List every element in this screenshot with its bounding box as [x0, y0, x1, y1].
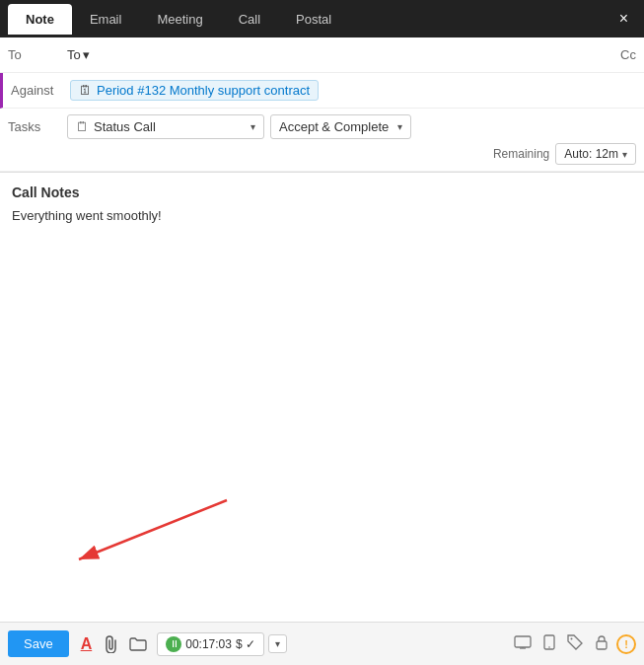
status-chevron-icon: ▾ [397, 121, 402, 132]
tab-call[interactable]: Call [221, 4, 278, 35]
font-icon-label: A [81, 635, 93, 653]
against-badge[interactable]: 🗓 Period #132 Monthly support contract [70, 80, 319, 101]
tag-icon[interactable] [563, 632, 587, 656]
tab-meeting[interactable]: Meeting [139, 4, 220, 35]
to-dropdown-label: To [67, 47, 81, 62]
save-button[interactable]: Save [8, 630, 69, 657]
tablet-icon[interactable] [539, 632, 559, 656]
remaining-chevron-icon: ▾ [622, 149, 627, 160]
notes-area: Call Notes Everything went smoothly! [0, 173, 644, 548]
tasks-top: Tasks 🗒 Status Call ▾ Accept & Complete … [8, 114, 636, 139]
task-chevron-icon: ▾ [250, 121, 255, 132]
monitor-svg [514, 635, 532, 649]
task-name: Status Call [94, 119, 156, 134]
timer-play-icon: ⏸ [166, 636, 181, 652]
against-label: Against [11, 83, 70, 98]
to-label: To [8, 47, 67, 62]
bottom-toolbar: Save A ⏸ 00:17:03 $ ✓ ▾ [0, 622, 644, 665]
lock-icon[interactable] [591, 632, 612, 656]
folder-svg [129, 637, 147, 651]
main-content: To To ▾ Cc Against 🗓 Period #132 Monthly… [0, 37, 644, 622]
attachment-icon[interactable] [98, 631, 123, 657]
against-text: Period #132 Monthly support contract [97, 83, 310, 98]
contract-icon: 🗓 [79, 83, 92, 98]
folder-icon[interactable] [123, 633, 153, 655]
alert-icon-label: ! [624, 638, 628, 650]
fields-area: To To ▾ Cc Against 🗓 Period #132 Monthly… [0, 37, 644, 173]
right-icons: ! [510, 632, 636, 656]
tag-svg [567, 634, 583, 650]
svg-point-6 [548, 646, 550, 648]
remaining-value: Auto: 12m [564, 147, 618, 161]
timer-button[interactable]: ⏸ 00:17:03 $ ✓ [157, 632, 264, 656]
to-dropdown[interactable]: To ▾ [67, 47, 90, 62]
close-button[interactable]: × [611, 6, 636, 32]
status-select[interactable]: Accept & Complete ▾ [270, 114, 411, 139]
font-icon[interactable]: A [75, 631, 99, 657]
dollar-check: $ ✓ [236, 637, 255, 651]
cc-link[interactable]: Cc [620, 47, 636, 62]
svg-rect-8 [597, 641, 607, 649]
tab-bar: Note Email Meeting Call Postal × [0, 0, 644, 37]
remaining-select[interactable]: Auto: 12m ▾ [555, 143, 636, 165]
task-select[interactable]: 🗒 Status Call ▾ [67, 114, 264, 139]
tasks-bottom: Remaining Auto: 12m ▾ [8, 143, 636, 165]
to-field: To ▾ [67, 47, 620, 62]
status-text: Accept & Complete [279, 119, 389, 134]
paperclip-svg [104, 635, 117, 653]
timer-dropdown[interactable]: ▾ [268, 634, 287, 653]
chevron-down-icon: ▾ [83, 47, 90, 62]
tab-postal[interactable]: Postal [278, 4, 349, 35]
svg-rect-2 [515, 636, 531, 647]
notes-content[interactable]: Everything went smoothly! [12, 208, 632, 223]
remaining-label: Remaining [493, 147, 549, 161]
alert-icon[interactable]: ! [616, 634, 636, 654]
screen-icon[interactable] [510, 633, 536, 655]
svg-point-7 [571, 637, 573, 639]
to-row: To To ▾ Cc [0, 37, 644, 73]
tasks-row: Tasks 🗒 Status Call ▾ Accept & Complete … [0, 109, 644, 172]
notes-title: Call Notes [12, 185, 632, 200]
tablet-svg [543, 634, 555, 650]
against-field: 🗓 Period #132 Monthly support contract [70, 80, 636, 101]
against-row: Against 🗓 Period #132 Monthly support co… [0, 73, 644, 109]
tasks-label: Tasks [8, 119, 67, 134]
task-icon: 🗒 [76, 119, 89, 134]
timer-value: 00:17:03 [185, 637, 232, 651]
lock-svg [595, 634, 608, 650]
tab-note[interactable]: Note [8, 4, 72, 35]
tab-email[interactable]: Email [72, 4, 140, 35]
